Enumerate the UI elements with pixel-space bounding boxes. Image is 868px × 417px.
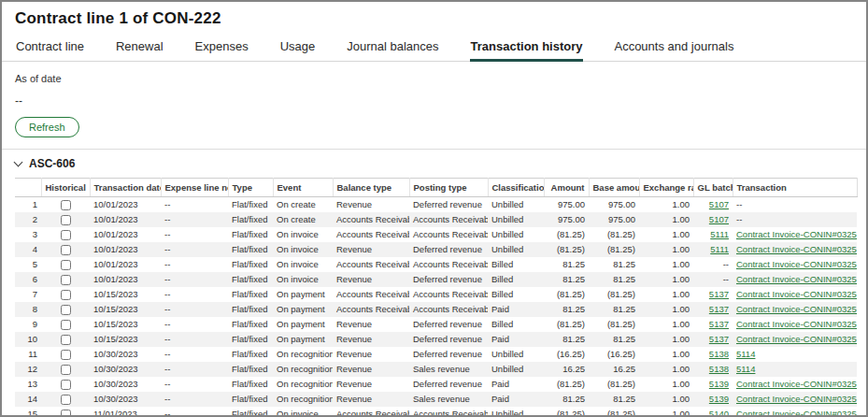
cell-type: Flat/fixed	[228, 347, 273, 362]
gl-batch-link[interactable]: 5137	[709, 334, 729, 344]
historical-checkbox[interactable]	[61, 350, 71, 360]
historical-checkbox[interactable]	[61, 305, 71, 315]
cell-transaction-date: 10/01/2023	[90, 242, 161, 257]
cell-amount: 81.25	[544, 392, 589, 407]
cell-classification: Paid	[488, 377, 544, 392]
cell-exchange-rate: 1.00	[639, 332, 693, 347]
cell-gl-batch: 5107	[693, 212, 733, 227]
cell-expense-line-no: --	[161, 257, 228, 272]
cell-transaction-date: 10/15/2023	[90, 332, 161, 347]
gl-batch-link[interactable]: 5137	[709, 289, 729, 299]
gl-batch-link[interactable]: 5137	[709, 304, 729, 314]
tab-accounts-and-journals[interactable]: Accounts and journals	[613, 34, 734, 61]
tab-renewal[interactable]: Renewal	[115, 34, 164, 61]
historical-checkbox[interactable]	[61, 335, 71, 345]
cell-historical	[41, 227, 90, 242]
cell-expense-line-no: --	[161, 227, 228, 242]
cell-balance-type: Revenue	[333, 362, 409, 377]
asc606-section-header[interactable]: ASC-606	[2, 150, 866, 178]
historical-checkbox[interactable]	[61, 230, 71, 240]
table-row: 510/01/2023--Flat/fixedOn invoiceAccount…	[15, 257, 857, 272]
cell-expense-line-no: --	[161, 377, 228, 392]
cell-historical	[41, 287, 90, 302]
cell-exchange-rate: 1.00	[639, 197, 693, 213]
tab-journal-balances[interactable]: Journal balances	[346, 34, 439, 61]
cell-transaction-date: 10/30/2023	[90, 362, 161, 377]
transaction-link[interactable]: Contract Invoice-CONIN#0325#doc	[736, 409, 857, 417]
cell-type: Flat/fixed	[228, 377, 273, 392]
cell-amount: (16.25)	[544, 347, 589, 362]
gl-batch-link[interactable]: 5138	[709, 364, 729, 374]
cell-exchange-rate: 1.00	[639, 317, 693, 332]
col-header-gl-batch: GL batch	[693, 179, 733, 197]
gl-batch-link[interactable]: 5139	[709, 394, 729, 404]
transaction-link[interactable]: Contract Invoice-CONIN#0325#doc	[736, 229, 857, 239]
cell-row-number: 1	[15, 197, 41, 213]
cell-row-number: 10	[15, 332, 41, 347]
historical-checkbox[interactable]	[61, 410, 71, 417]
tab-usage[interactable]: Usage	[279, 34, 317, 61]
col-header-row-number	[15, 179, 41, 197]
cell-gl-batch: 5138	[693, 362, 733, 377]
historical-checkbox[interactable]	[61, 200, 71, 210]
historical-checkbox[interactable]	[61, 260, 71, 270]
cell-transaction: Contract Invoice-CONIN#0325#doc	[733, 377, 857, 392]
col-header-base-amount: Base amount	[589, 179, 639, 197]
historical-checkbox[interactable]	[61, 215, 71, 225]
cell-type: Flat/fixed	[228, 362, 273, 377]
gl-batch-link[interactable]: 5137	[709, 319, 729, 329]
cell-historical	[41, 272, 90, 287]
table-row: 710/15/2023--Flat/fixedOn paymentAccount…	[15, 287, 857, 302]
cell-transaction: Contract Invoice-CONIN#0325#doc	[733, 227, 857, 242]
historical-checkbox[interactable]	[61, 365, 71, 375]
transaction-table: HistoricalTransaction dateExpense line n…	[15, 178, 858, 417]
historical-checkbox[interactable]	[61, 395, 71, 405]
transaction-link[interactable]: Contract Invoice-CONIN#0325#doc	[736, 244, 857, 254]
gl-batch-link[interactable]: 5139	[709, 379, 729, 389]
historical-checkbox[interactable]	[61, 290, 71, 300]
transaction-link[interactable]: Contract Invoice-CONIN#0325#doc	[736, 394, 857, 404]
transaction-link[interactable]: Contract Invoice-CONIN#0325#doc	[736, 289, 857, 299]
refresh-button[interactable]: Refresh	[15, 117, 79, 137]
tab-expenses[interactable]: Expenses	[194, 34, 249, 61]
cell-expense-line-no: --	[161, 362, 228, 377]
gl-batch-link[interactable]: 5111	[710, 244, 729, 254]
gl-batch-link[interactable]: 5107	[709, 199, 729, 209]
cell-row-number: 14	[15, 392, 41, 407]
cell-amount: (81.25)	[544, 407, 589, 417]
gl-batch-link[interactable]: 5111	[710, 229, 729, 239]
historical-checkbox[interactable]	[61, 320, 71, 330]
cell-exchange-rate: 1.00	[639, 257, 693, 272]
historical-checkbox[interactable]	[61, 245, 71, 255]
tab-contract-line[interactable]: Contract line	[15, 34, 85, 61]
transaction-link[interactable]: Contract Invoice-CONIN#0325#doc	[736, 259, 857, 269]
cell-balance-type: Accounts Receivable	[333, 257, 409, 272]
historical-checkbox[interactable]	[61, 380, 71, 390]
cell-historical	[41, 317, 90, 332]
transaction-link[interactable]: Contract Invoice-CONIN#0325#doc	[736, 304, 857, 314]
cell-transaction-date: 10/01/2023	[90, 272, 161, 287]
cell-expense-line-no: --	[161, 407, 228, 417]
gl-batch-link[interactable]: 5140	[709, 409, 729, 417]
cell-type: Flat/fixed	[228, 242, 273, 257]
tab-transaction-history[interactable]: Transaction history	[470, 34, 584, 61]
cell-posting-type: Accounts Receivable	[409, 287, 488, 302]
transaction-link[interactable]: Contract Invoice-CONIN#0325#doc	[736, 334, 857, 344]
transaction-link[interactable]: 5114	[736, 364, 755, 374]
transaction-link[interactable]: Contract Invoice-CONIN#0325#doc	[736, 319, 857, 329]
gl-batch-link[interactable]: 5107	[709, 214, 729, 224]
cell-type: Flat/fixed	[228, 272, 273, 287]
cell-classification: Unbilled	[488, 347, 544, 362]
gl-batch-link[interactable]: 5138	[709, 349, 729, 359]
transaction-link[interactable]: 5114	[736, 349, 755, 359]
cell-exchange-rate: 1.00	[639, 287, 693, 302]
transaction-link[interactable]: Contract Invoice-CONIN#0325#doc	[736, 274, 857, 284]
cell-base-amount: (81.25)	[589, 227, 639, 242]
cell-row-number: 13	[15, 377, 41, 392]
cell-transaction-date: 10/30/2023	[90, 347, 161, 362]
cell-balance-type: Revenue	[333, 332, 409, 347]
historical-checkbox[interactable]	[61, 275, 71, 285]
cell-base-amount: (81.25)	[589, 407, 639, 417]
transaction-link[interactable]: Contract Invoice-CONIN#0325#doc	[736, 379, 857, 389]
cell-classification: Unbilled	[488, 362, 544, 377]
